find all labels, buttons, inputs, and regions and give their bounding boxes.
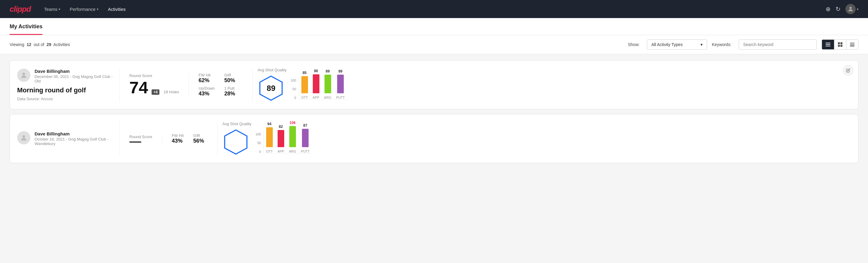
card-body: Dave Billingham December 05, 2021 - Gog … — [17, 68, 851, 102]
card-body-2: Dave Billingham October 16, 2021 - Gog M… — [17, 122, 851, 155]
activity-type-dropdown[interactable]: All Activity Types ▾ — [647, 39, 707, 50]
activities-list: Dave Billingham December 05, 2021 - Gog … — [0, 54, 868, 174]
bar-ott-2: 94 OTT — [266, 122, 273, 153]
data-source: Data Source: Arccos — [17, 96, 119, 101]
activity-card: Dave Billingham December 05, 2021 - Gog … — [10, 60, 858, 109]
user-avatar — [17, 68, 30, 82]
score-value: 74 — [129, 79, 148, 96]
svg-point-0 — [849, 7, 851, 9]
svg-rect-5 — [840, 42, 842, 45]
header-actions: ⊕ ↻ ▾ — [826, 4, 858, 14]
user-meta-2: October 16, 2021 - Gog Magog Golf Club -… — [35, 137, 119, 146]
card-stats: Round Score 74 +4 18 Holes FW Hit 62% GI… — [119, 68, 851, 102]
bar-putt-bar-2 — [302, 129, 309, 147]
gir-label: GIR — [224, 73, 240, 77]
one-putt-label: 1 Putt — [224, 86, 240, 91]
grid-view-button[interactable] — [834, 40, 846, 49]
svg-marker-16 — [225, 130, 247, 154]
bar-app-2: 82 APP — [278, 124, 284, 153]
bar-app-bar-2 — [278, 130, 284, 147]
user-info: Dave Billingham December 05, 2021 - Gog … — [35, 68, 119, 83]
round-score-block: Round Score 74 +4 18 Holes — [129, 74, 189, 96]
bar-ott: 85 OTT — [301, 71, 308, 99]
svg-rect-11 — [850, 46, 855, 46]
one-putt-stat: 1 Putt 28% — [224, 86, 240, 97]
add-icon[interactable]: ⊕ — [826, 5, 831, 12]
logo: clippd — [10, 4, 31, 14]
bar-arg-bar — [324, 75, 331, 93]
bar-ott-bar-2 — [266, 127, 273, 147]
dropdown-chevron-icon: ▾ — [701, 42, 703, 47]
page-title: My Activities — [10, 18, 42, 35]
bar-putt-bar — [337, 75, 344, 93]
gir-stat: GIR 50% — [224, 73, 240, 84]
viewing-count-text: Viewing 12 out of 29 Activities — [10, 42, 623, 47]
sub-header: My Activities — [0, 18, 868, 35]
bar-arg-bar-2 — [289, 126, 296, 147]
svg-rect-1 — [826, 43, 830, 43]
nav-teams[interactable]: Teams ▾ — [40, 4, 64, 14]
up-down-stat: Up/Down 43% — [198, 86, 214, 97]
bar-putt-2: 87 PUTT — [301, 123, 310, 153]
bars-container: 85 OTT 90 APP 89 — [299, 77, 347, 99]
nav-activities[interactable]: Activities — [104, 4, 129, 14]
svg-rect-10 — [850, 45, 855, 45]
user-avatar-2 — [17, 131, 30, 144]
bar-app-bar — [313, 74, 319, 93]
show-label: Show: — [628, 42, 640, 47]
user-avatar-button[interactable]: ▾ — [845, 4, 858, 14]
one-putt-value: 28% — [224, 91, 240, 97]
list-view-button[interactable] — [822, 40, 834, 49]
fw-hit-label: FW Hit — [198, 73, 214, 77]
card-header-2: Dave Billingham October 16, 2021 - Gog M… — [17, 131, 119, 146]
teams-chevron-icon: ▾ — [59, 7, 60, 11]
chart-y-labels: 100 50 0 — [290, 79, 296, 99]
fw-hit-stat-2: FW Hit 43% — [172, 133, 184, 144]
score-badge: +4 — [152, 89, 159, 95]
gir-label-2: GIR — [193, 133, 206, 138]
user-name: Dave Billingham — [35, 68, 119, 74]
shot-quality-section-2: Avg Shot Quality 100 — [217, 122, 312, 155]
bar-putt: 89 PUTT — [336, 69, 345, 99]
bar-arg-2: 106 ARG — [289, 121, 296, 153]
round-score-block-2: Round Score — [129, 135, 162, 143]
hexagon-2 — [222, 128, 249, 155]
score-holes: 18 Holes — [164, 90, 179, 94]
round-score-label-2: Round Score — [129, 135, 152, 139]
hexagon-value: 89 — [267, 84, 276, 93]
bar-app: 90 APP — [313, 69, 319, 99]
stats-grid-2: FW Hit 43% GIR 56% — [172, 133, 205, 144]
svg-point-15 — [23, 135, 25, 138]
stats-grid: FW Hit 62% GIR 50% Up/Down 43% 1 Putt 28… — [198, 73, 240, 97]
hexagon: 89 — [257, 75, 284, 102]
shot-quality-content: 89 100 50 0 85 — [257, 75, 347, 102]
svg-rect-6 — [838, 45, 840, 47]
bar-chart-2: 100 50 0 94 OTT — [255, 131, 312, 153]
fw-hit-value: 62% — [198, 77, 214, 84]
nav-performance[interactable]: Performance ▾ — [66, 4, 102, 14]
fw-hit-stat: FW Hit 62% — [198, 73, 214, 84]
svg-rect-4 — [838, 42, 840, 45]
round-score-label: Round Score — [129, 74, 179, 78]
gir-stat-2: GIR 56% — [193, 133, 206, 144]
avatar-chevron-icon: ▾ — [857, 7, 858, 11]
fw-hit-value-2: 43% — [172, 138, 184, 144]
bar-arg: 89 ARG — [324, 69, 332, 99]
main-nav: Teams ▾ Performance ▾ Activities — [40, 4, 816, 14]
svg-point-13 — [23, 72, 25, 75]
shot-quality-section: Avg Shot Quality 89 — [252, 68, 347, 102]
card-stats-2: Round Score FW Hit 43% GIR 56% — [119, 122, 851, 155]
svg-rect-3 — [826, 46, 830, 46]
up-down-value: 43% — [198, 91, 214, 97]
score-placeholder — [129, 141, 142, 143]
performance-chevron-icon: ▾ — [97, 7, 98, 11]
user-name-2: Dave Billingham — [35, 131, 119, 136]
up-down-label: Up/Down — [198, 86, 214, 91]
bars-container-2: 94 OTT 82 APP 106 — [264, 131, 312, 153]
svg-rect-2 — [826, 44, 830, 45]
activity-card-2: Dave Billingham October 16, 2021 - Gog M… — [10, 114, 858, 163]
search-input[interactable] — [739, 39, 817, 50]
edit-button[interactable] — [843, 65, 853, 76]
compact-view-button[interactable] — [846, 40, 858, 49]
refresh-icon[interactable]: ↻ — [836, 5, 841, 12]
